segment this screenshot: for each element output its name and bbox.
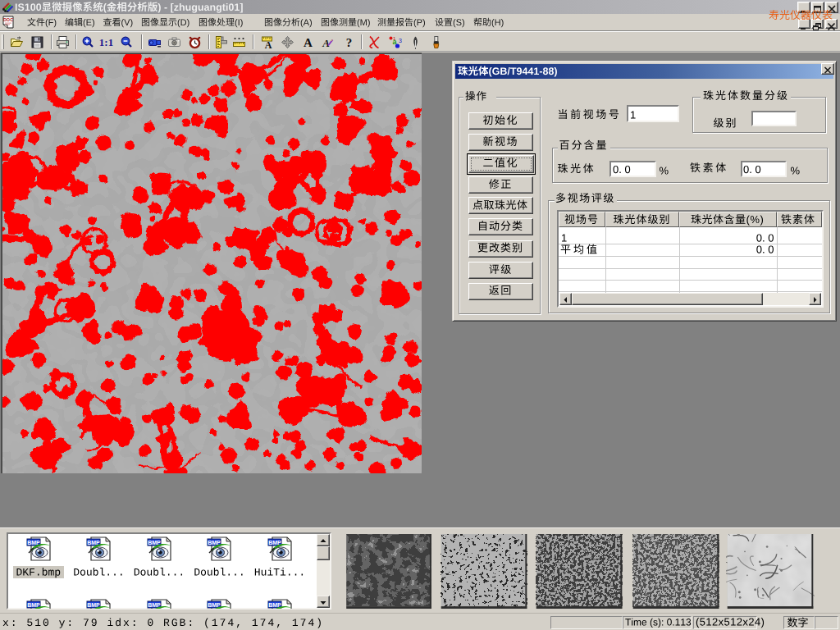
svg-text:1:1: 1:1: [99, 36, 113, 48]
svg-text:A: A: [322, 37, 330, 49]
svg-text:A: A: [304, 36, 313, 49]
svg-text:?: ?: [346, 36, 353, 49]
svg-text:3: 3: [399, 38, 402, 43]
svg-text:A: A: [265, 39, 272, 50]
svg-text:DOC: DOC: [3, 17, 13, 22]
